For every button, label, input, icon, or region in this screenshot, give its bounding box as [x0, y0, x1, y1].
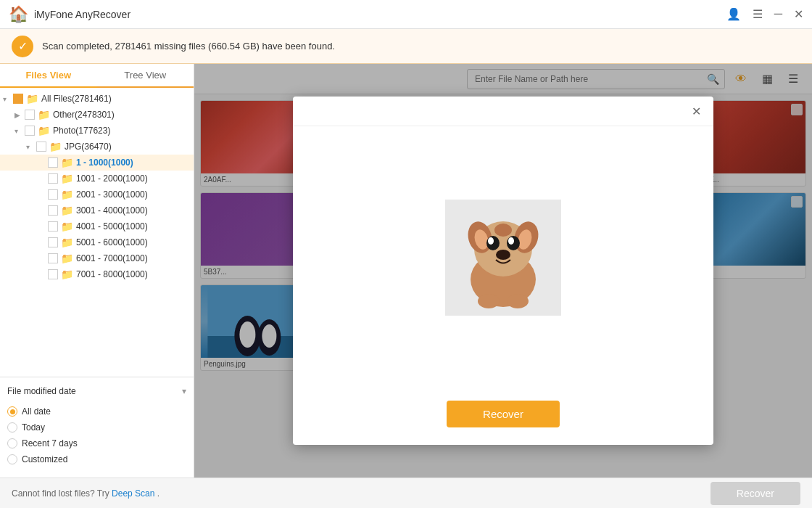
radio-all-date[interactable]	[7, 406, 17, 417]
main-recover-button[interactable]: Recover	[710, 482, 800, 505]
radio-recent-7[interactable]	[7, 438, 17, 448]
tree-checkbox[interactable]	[48, 157, 58, 168]
radio-inner	[10, 409, 15, 414]
tree-item-3001-4000[interactable]: 📁 3001 - 4000(1000)	[0, 202, 194, 218]
tree-item-7001-8000[interactable]: 📁 7001 - 8000(1000)	[0, 266, 194, 282]
folder-icon: 📁	[38, 109, 50, 120]
folder-icon: 📁	[61, 253, 73, 264]
tree-item-1001-2000[interactable]: 📁 1001 - 2000(1000)	[0, 171, 194, 187]
tree-checkbox[interactable]	[48, 237, 58, 247]
dropdown-arrow-icon: ▾	[182, 386, 186, 396]
menu-icon[interactable]: ☰	[753, 7, 763, 21]
filter-recent-7[interactable]: Recent 7 days	[7, 435, 186, 451]
tree-checkbox[interactable]	[48, 189, 58, 200]
tree-checkbox[interactable]	[48, 221, 58, 232]
modal-footer: Recover	[447, 389, 560, 445]
main-layout: Files View Tree View ▾ 📁 All Files(27814…	[0, 64, 812, 478]
tree-item-all-files[interactable]: ▾ 📁 All Files(2781461)	[0, 91, 194, 107]
tree-item-1-1000[interactable]: 📁 1 - 1000(1000)	[0, 155, 194, 171]
folder-icon: 📁	[61, 269, 73, 280]
tree-arrow	[38, 255, 48, 263]
bottom-text-suffix: .	[157, 488, 160, 499]
modal-overlay[interactable]: ✕	[194, 64, 812, 478]
deep-scan-link[interactable]: Deep Scan	[112, 488, 154, 499]
tree-arrow	[38, 239, 48, 247]
tree-item-label: 5001 - 6000(1000)	[76, 237, 148, 247]
tree-checkbox[interactable]	[25, 126, 35, 136]
tree-arrow	[38, 159, 48, 167]
app-title: iMyFone AnyRecover	[34, 9, 726, 20]
tree-item-4001-5000[interactable]: 📁 4001 - 5000(1000)	[0, 218, 194, 234]
tree-item-label: Other(2478301)	[53, 110, 115, 120]
bottom-text-prefix: Cannot find lost files? Try	[12, 488, 109, 499]
tree-item-jpg[interactable]: ▾ 📁 JPG(36470)	[0, 139, 194, 155]
tree-item-label: 7001 - 8000(1000)	[76, 269, 148, 279]
radio-today[interactable]	[7, 422, 17, 433]
tree-arrow: ▾	[26, 143, 36, 151]
notification-text: Scan completed, 2781461 missing files (6…	[42, 41, 335, 52]
file-tree: ▾ 📁 All Files(2781461) ▶ 📁 Other(2478301…	[0, 88, 194, 377]
tree-item-label: Photo(177623)	[53, 126, 110, 136]
minimize-button[interactable]: ─	[774, 7, 782, 21]
tree-item-photo[interactable]: ▾ 📁 Photo(177623)	[0, 123, 194, 139]
tree-checkbox[interactable]	[36, 142, 46, 152]
svg-point-25	[507, 294, 529, 308]
folder-icon: 📁	[61, 205, 73, 216]
tree-arrow	[38, 191, 48, 199]
filter-today[interactable]: Today	[7, 419, 186, 435]
tree-arrow: ▶	[14, 111, 25, 119]
tree-checkbox[interactable]	[48, 173, 58, 184]
folder-icon: 📁	[61, 221, 73, 232]
tab-tree-view[interactable]: Tree View	[97, 64, 194, 86]
folder-icon: 📁	[61, 157, 73, 168]
tree-checkbox[interactable]	[25, 110, 35, 120]
titlebar: 🏠 iMyFone AnyRecover 👤 ☰ ─ ✕	[0, 0, 812, 29]
modal-header: ✕	[293, 97, 713, 126]
tree-item-label: 4001 - 5000(1000)	[76, 221, 148, 232]
tree-checkbox[interactable]	[48, 205, 58, 216]
tree-item-6001-7000[interactable]: 📁 6001 - 7000(1000)	[0, 250, 194, 266]
modal-content	[402, 126, 605, 389]
folder-icon: 📁	[38, 125, 50, 136]
filter-customized[interactable]: Customized	[7, 451, 186, 467]
filter-dropdown[interactable]: File modified date ▾	[7, 383, 186, 399]
folder-icon: 📁	[26, 93, 38, 105]
tree-arrow	[38, 271, 48, 279]
tree-item-5001-6000[interactable]: 📁 5001 - 6000(1000)	[0, 234, 194, 250]
tab-files-view[interactable]: Files View	[0, 64, 97, 88]
bottom-text: Cannot find lost files? Try Deep Scan .	[12, 488, 160, 499]
filter-option-label: All date	[22, 406, 51, 417]
modal-close-button[interactable]: ✕	[687, 102, 705, 120]
preview-image-container	[431, 185, 576, 330]
tree-item-label: 6001 - 7000(1000)	[76, 253, 148, 263]
sidebar: Files View Tree View ▾ 📁 All Files(27814…	[0, 64, 194, 478]
filter-all-date[interactable]: All date	[7, 403, 186, 419]
home-icon: 🏠	[9, 5, 28, 24]
modal-recover-button[interactable]: Recover	[447, 401, 560, 427]
content-area: 🔍 👁 ▦ ☰ 2A0AF... 2C05F70F@24815... E	[194, 64, 812, 478]
preview-modal: ✕	[293, 97, 713, 445]
tree-item-label: 2001 - 3000(1000)	[76, 189, 148, 200]
notification-bar: ✓ Scan completed, 2781461 missing files …	[0, 29, 812, 64]
svg-point-22	[508, 237, 514, 245]
filter-label: File modified date	[7, 386, 76, 396]
tree-checkbox[interactable]	[48, 253, 58, 263]
tree-item-label: All Files(2781461)	[41, 94, 112, 104]
filter-section: File modified date ▾ All date Today Rece…	[0, 377, 194, 478]
tree-checkbox[interactable]	[13, 94, 23, 104]
filter-option-label: Today	[22, 422, 45, 433]
tree-item-2001-3000[interactable]: 📁 2001 - 3000(1000)	[0, 187, 194, 202]
tree-item-label: JPG(36470)	[65, 142, 112, 152]
folder-icon: 📁	[61, 189, 73, 200]
radio-customized[interactable]	[7, 454, 17, 464]
tree-item-other[interactable]: ▶ 📁 Other(2478301)	[0, 107, 194, 123]
folder-icon: 📁	[49, 141, 62, 152]
svg-point-23	[496, 250, 510, 260]
account-icon[interactable]: 👤	[726, 7, 741, 21]
tree-arrow	[38, 175, 48, 183]
tree-arrow	[38, 207, 48, 215]
svg-point-24	[478, 294, 500, 308]
tree-checkbox[interactable]	[48, 269, 58, 279]
close-button[interactable]: ✕	[794, 7, 803, 21]
filter-options: All date Today Recent 7 days Customized	[7, 399, 186, 472]
